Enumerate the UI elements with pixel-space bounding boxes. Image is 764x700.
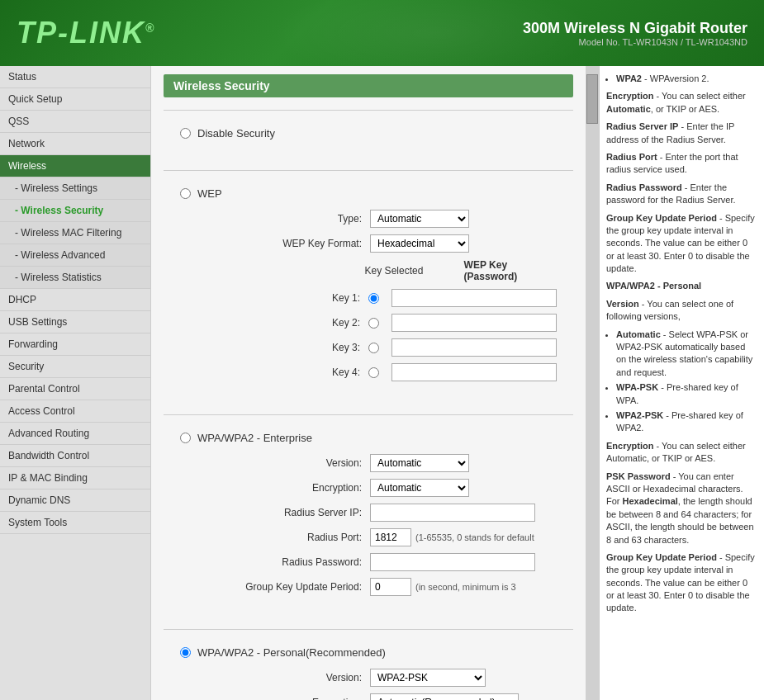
header: TP-LINK® 300M Wireless N Gigabit Router … xyxy=(0,0,764,66)
sidebar-item-forwarding[interactable]: Forwarding xyxy=(0,333,150,356)
sidebar-item-network[interactable]: Network xyxy=(0,133,150,155)
disable-security-section: Disable Security xyxy=(164,119,573,158)
scroll-thumb[interactable] xyxy=(586,74,598,124)
help-auto-bold: Automatic xyxy=(616,329,661,339)
sidebar-item-bandwidth-control[interactable]: Bandwidth Control xyxy=(0,445,150,467)
key1-row: Key 1: xyxy=(205,289,557,307)
ent-group-key-input[interactable]: 0 xyxy=(370,578,411,596)
wpa-per-version-label: Version: xyxy=(205,672,370,683)
wpa-per-encryption-label: Encryption: xyxy=(205,697,370,700)
logo: TP-LINK® xyxy=(17,16,155,50)
key2-row: Key 2: xyxy=(205,314,557,332)
wep-key-format-row: WEP Key Format: Hexadecimal ASCII xyxy=(205,234,557,253)
radius-ip-input[interactable] xyxy=(370,504,535,522)
wpa-personal-row: WPA/WPA2 - Personal(Recommended) xyxy=(180,646,557,659)
help-version-bold: Version xyxy=(606,299,639,309)
wpa-personal-radio[interactable] xyxy=(180,647,191,658)
radius-pass-input[interactable] xyxy=(370,553,535,571)
radius-port-hint: (1-65535, 0 stands for default xyxy=(415,532,534,542)
sidebar-item-wireless[interactable]: Wireless xyxy=(0,155,150,177)
main-layout: Status Quick Setup QSS Network Wireless … xyxy=(0,66,764,700)
sidebar-item-wireless-advanced[interactable]: - Wireless Advanced xyxy=(0,244,150,267)
header-info: 300M Wireless N Gigabit Router Model No.… xyxy=(523,20,747,47)
key1-input[interactable] xyxy=(391,289,557,307)
wep-key-format-label: WEP Key Format: xyxy=(205,238,370,249)
wpa-personal-fields: Version: Automatic WPA-PSK WPA2-PSK Encr… xyxy=(205,669,557,700)
radius-ip-label: Radius Server IP: xyxy=(205,507,370,518)
wep-radio[interactable] xyxy=(180,188,191,199)
separator-2 xyxy=(164,414,573,415)
wep-type-select[interactable]: Automatic Open System Shared Key xyxy=(370,210,469,228)
disable-security-label: Disable Security xyxy=(197,127,275,140)
key4-row: Key 4: xyxy=(205,363,557,381)
wpa-ent-version-label: Version: xyxy=(205,457,370,469)
sidebar-item-advanced-routing[interactable]: Advanced Routing xyxy=(0,423,150,445)
separator-1 xyxy=(164,170,573,171)
key2-input[interactable] xyxy=(391,314,557,332)
key3-row: Key 3: xyxy=(205,338,557,357)
wpa-ent-encryption-label: Encryption: xyxy=(205,482,370,494)
wpa-per-encryption-select[interactable]: Automatic(Recommended) TKIP AES xyxy=(370,693,519,700)
key4-input[interactable] xyxy=(391,363,557,381)
wpa-personal-label: WPA/WPA2 - Personal(Recommended) xyxy=(197,646,386,659)
key3-label: Key 3: xyxy=(205,342,368,353)
wep-key-format-select[interactable]: Hexadecimal ASCII xyxy=(370,234,469,253)
wpa-per-encryption-row: Encryption: Automatic(Recommended) TKIP … xyxy=(205,693,557,700)
sidebar-item-ip-mac-binding[interactable]: IP & MAC Binding xyxy=(0,467,150,490)
help-radius-port-bold: Radius Port xyxy=(606,152,657,162)
wep-type-row: Type: Automatic Open System Shared Key xyxy=(205,210,557,228)
key1-radio[interactable] xyxy=(368,293,379,304)
wep-section: WEP Type: Automatic Open System Shared K… xyxy=(164,179,573,402)
sidebar-item-dynamic-dns[interactable]: Dynamic DNS xyxy=(0,490,150,512)
help-radius-pass-bold: Radius Password xyxy=(606,182,682,192)
radius-port-label: Radius Port: xyxy=(205,532,370,543)
help-enc1-bold: Encryption xyxy=(606,91,653,101)
help-enc2-bold: Encryption xyxy=(606,441,653,451)
content-area: Wireless Security Disable Security WEP xyxy=(151,66,764,700)
help-wpa2-bold: WPA2 xyxy=(616,73,642,83)
wpa-per-version-select[interactable]: Automatic WPA-PSK WPA2-PSK xyxy=(370,669,486,687)
radius-port-input[interactable]: 1812 xyxy=(370,528,411,546)
sidebar-item-dhcp[interactable]: DHCP xyxy=(0,289,150,311)
ent-group-key-label: Group Key Update Period: xyxy=(205,581,370,593)
help-psk-text: - You can enter ASCII or Hexadecimal cha… xyxy=(606,471,754,545)
sidebar-item-status[interactable]: Status xyxy=(0,66,150,88)
wpa-enterprise-label: WPA/WPA2 - Enterprise xyxy=(197,432,312,444)
sidebar-item-wireless-security[interactable]: - Wireless Security xyxy=(0,200,150,222)
ent-group-key-row: Group Key Update Period: 0 (in second, m… xyxy=(205,578,557,596)
sidebar-item-wireless-mac-filtering[interactable]: - Wireless MAC Filtering xyxy=(0,222,150,244)
sidebar-item-qss[interactable]: QSS xyxy=(0,111,150,133)
key2-label: Key 2: xyxy=(205,317,368,329)
product-name: 300M Wireless N Gigabit Router xyxy=(523,20,747,37)
key2-radio[interactable] xyxy=(368,318,379,329)
help-group-key2-bold: Group Key Update Period xyxy=(606,552,717,562)
radius-ip-row: Radius Server IP: xyxy=(205,504,557,522)
sidebar-item-parental-control[interactable]: Parental Control xyxy=(0,378,150,400)
sidebar-item-wireless-settings[interactable]: - Wireless Settings xyxy=(0,177,150,200)
sidebar-item-access-control[interactable]: Access Control xyxy=(0,400,150,423)
wpa-enterprise-section: WPA/WPA2 - Enterprise Version: Automatic… xyxy=(164,423,573,617)
sidebar-item-system-tools[interactable]: System Tools xyxy=(0,512,150,534)
sidebar-item-security[interactable]: Security xyxy=(0,356,150,378)
help-radius-ip-bold: Radius Server IP xyxy=(606,121,678,131)
key1-label: Key 1: xyxy=(205,292,368,304)
scrollbar[interactable] xyxy=(586,66,599,700)
wep-fields: Type: Automatic Open System Shared Key W… xyxy=(205,210,557,381)
sidebar-item-quick-setup[interactable]: Quick Setup xyxy=(0,88,150,111)
radius-pass-row: Radius Password: xyxy=(205,553,557,571)
radius-pass-label: Radius Password: xyxy=(205,556,370,568)
help-wpapsk-bold: WPA-PSK xyxy=(616,382,658,392)
wpa-ent-encryption-select[interactable]: Automatic TKIP AES xyxy=(370,479,469,497)
wpa-ent-encryption-row: Encryption: Automatic TKIP AES xyxy=(205,479,557,497)
wpa-enterprise-radio[interactable] xyxy=(180,433,191,443)
disable-security-row: Disable Security xyxy=(180,127,557,140)
key4-radio[interactable] xyxy=(368,367,379,378)
page-title: Wireless Security xyxy=(164,74,573,97)
key3-input[interactable] xyxy=(391,338,557,357)
disable-security-radio[interactable] xyxy=(180,128,191,139)
sidebar-item-usb-settings[interactable]: USB Settings xyxy=(0,311,150,333)
wpa-ent-version-select[interactable]: Automatic WPA WPA2 xyxy=(370,454,469,472)
wpa-personal-section: WPA/WPA2 - Personal(Recommended) Version… xyxy=(164,638,573,700)
key3-radio[interactable] xyxy=(368,343,379,353)
sidebar-item-wireless-statistics[interactable]: - Wireless Statistics xyxy=(0,267,150,289)
